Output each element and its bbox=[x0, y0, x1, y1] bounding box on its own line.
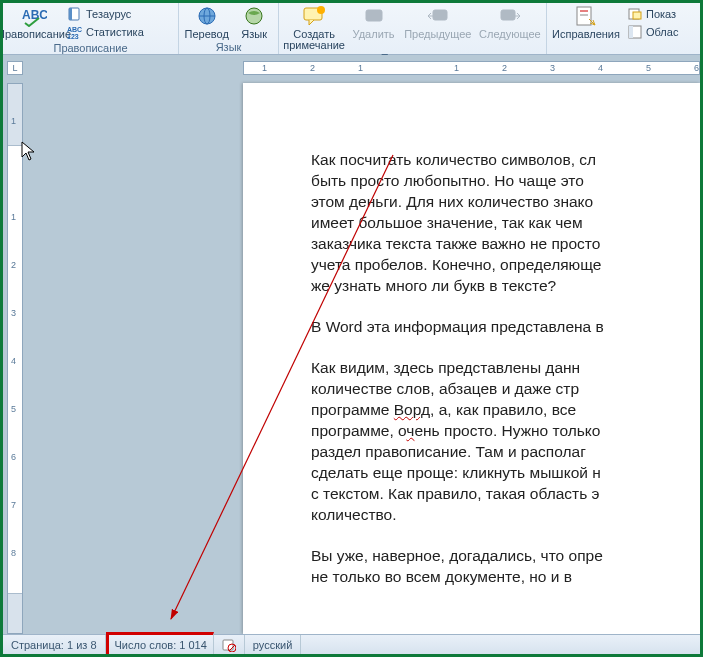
document-paragraph: Вы уже, наверное, догадались, что опре н… bbox=[311, 545, 700, 587]
document-paragraph: Как посчитать количество символов, сл бы… bbox=[311, 149, 700, 296]
new-comment-label: Создать примечание bbox=[283, 29, 345, 51]
ruler-tick: 6 bbox=[694, 63, 699, 73]
thesaurus-icon bbox=[67, 6, 83, 22]
horizontal-ruler[interactable]: 12112345678 bbox=[243, 61, 700, 75]
svg-text:ABC: ABC bbox=[67, 26, 82, 33]
ruler-tick: 1 bbox=[358, 63, 363, 73]
ruler-tick: 6 bbox=[11, 452, 16, 462]
svg-rect-15 bbox=[501, 10, 515, 20]
prev-comment-icon bbox=[425, 5, 451, 27]
document-page[interactable]: Как посчитать количество символов, сл бы… bbox=[243, 83, 700, 634]
ruler-tick: 7 bbox=[11, 500, 16, 510]
cursor-icon bbox=[21, 141, 37, 161]
status-proofing[interactable] bbox=[214, 635, 245, 654]
ruler-tick: 5 bbox=[646, 63, 651, 73]
ruler-tick: 2 bbox=[502, 63, 507, 73]
proofing-icon bbox=[222, 638, 236, 652]
svg-text:123: 123 bbox=[67, 33, 79, 40]
spelling-icon: ABC bbox=[21, 5, 47, 27]
ruler-tick: 8 bbox=[11, 548, 16, 558]
ruler-tick: 1 bbox=[11, 212, 16, 222]
status-bar: Страница: 1 из 8 Число слов: 1 014 русск… bbox=[3, 634, 700, 654]
spelling-error[interactable]: Ворд bbox=[394, 401, 430, 418]
ruler-tick: 4 bbox=[598, 63, 603, 73]
document-paragraph: В Word эта информация представлена в bbox=[311, 316, 700, 337]
next-comment-label: Следующее bbox=[479, 29, 541, 40]
group-tracking-label bbox=[551, 52, 696, 54]
svg-rect-2 bbox=[69, 8, 72, 20]
spelling-error[interactable]: ч bbox=[406, 422, 414, 439]
group-tracking: Исправления Показ Облас bbox=[547, 3, 700, 54]
stats-icon: ABC123 bbox=[67, 24, 83, 40]
next-comment-button: Следующее bbox=[478, 3, 542, 40]
reviewing-pane-icon bbox=[627, 24, 643, 40]
ruler-corner[interactable]: L bbox=[7, 61, 23, 75]
prev-comment-button: Предыдущее bbox=[402, 3, 474, 40]
track-changes-icon bbox=[573, 5, 599, 27]
ruler-tick: 4 bbox=[11, 356, 16, 366]
group-language-label: Язык bbox=[183, 40, 274, 54]
svg-rect-20 bbox=[633, 12, 641, 19]
show-markup-button[interactable]: Показ bbox=[625, 5, 680, 23]
translate-icon bbox=[194, 5, 220, 27]
status-word-count[interactable]: Число слов: 1 014 bbox=[106, 632, 214, 658]
ribbon: ABC Правописание Тезаурус ABC123 Статист… bbox=[3, 3, 700, 55]
svg-rect-16 bbox=[577, 7, 591, 25]
svg-rect-14 bbox=[433, 10, 447, 20]
delete-comment-label: Удалить bbox=[353, 29, 395, 40]
next-comment-icon bbox=[497, 5, 523, 27]
ruler-tick: 1 bbox=[454, 63, 459, 73]
ruler-tick: 1 bbox=[262, 63, 267, 73]
language-icon bbox=[241, 5, 267, 27]
language-btn-label: Язык bbox=[241, 29, 267, 40]
new-comment-button[interactable]: Создать примечание bbox=[283, 3, 345, 51]
status-language[interactable]: русский bbox=[245, 635, 301, 654]
svg-point-10 bbox=[317, 6, 325, 14]
ruler-tick: 1 bbox=[11, 116, 16, 126]
delete-comment-icon bbox=[361, 5, 387, 27]
track-changes-button[interactable]: Исправления bbox=[551, 3, 621, 40]
group-proofing: ABC Правописание Тезаурус ABC123 Статист… bbox=[3, 3, 179, 54]
workspace: L 12112345678 1123456789 Как посчитать к… bbox=[3, 55, 700, 634]
status-page[interactable]: Страница: 1 из 8 bbox=[3, 635, 106, 654]
document-paragraph: Как видим, здесь представлены данн колич… bbox=[311, 357, 700, 525]
stats-button[interactable]: ABC123 Статистика bbox=[65, 23, 146, 41]
new-comment-icon bbox=[301, 5, 327, 27]
translate-label: Перевод bbox=[185, 29, 229, 40]
svg-text:ABC: ABC bbox=[22, 8, 47, 22]
ruler-tick: 5 bbox=[11, 404, 16, 414]
group-proofing-label: Правописание bbox=[7, 41, 174, 55]
translate-button[interactable]: Перевод bbox=[183, 3, 230, 40]
spelling-button[interactable]: ABC Правописание bbox=[7, 3, 61, 40]
ruler-tick: 3 bbox=[11, 308, 16, 318]
ruler-tick: 3 bbox=[550, 63, 555, 73]
group-language: Перевод Язык Язык bbox=[179, 3, 279, 54]
spelling-label: Правописание bbox=[0, 29, 71, 40]
track-changes-label: Исправления bbox=[552, 29, 620, 40]
svg-point-8 bbox=[246, 8, 262, 24]
reviewing-pane-button[interactable]: Облас bbox=[625, 23, 680, 41]
ruler-tick: 2 bbox=[11, 260, 16, 270]
ruler-tick: 2 bbox=[310, 63, 315, 73]
svg-rect-22 bbox=[629, 26, 633, 38]
language-button[interactable]: Язык bbox=[234, 3, 274, 40]
prev-comment-label: Предыдущее bbox=[404, 29, 471, 40]
thesaurus-button[interactable]: Тезаурус bbox=[65, 5, 146, 23]
vertical-ruler[interactable]: 1123456789 bbox=[7, 83, 23, 634]
group-comments: Создать примечание Удалить Предыдущее Сл… bbox=[279, 3, 547, 54]
delete-comment-button: Удалить bbox=[349, 3, 398, 40]
show-markup-icon bbox=[627, 6, 643, 22]
